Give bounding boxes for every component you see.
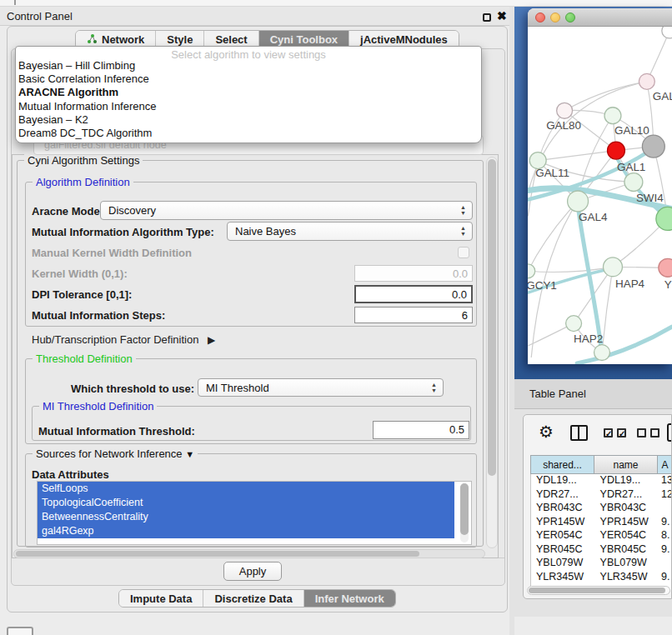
- aracne-mode-select[interactable]: Discovery ▲▼: [100, 201, 473, 220]
- close-panel-icon[interactable]: ✖: [497, 9, 507, 22]
- list-item[interactable]: BetweennessCentrality: [38, 510, 454, 524]
- manual-kernel-width-checkbox[interactable]: [458, 247, 469, 258]
- table-row[interactable]: YDL19...YDL19...13: [531, 474, 672, 488]
- spinner-arrows-icon[interactable]: ▲▼: [459, 225, 467, 237]
- column-header[interactable]: shared...: [530, 455, 594, 474]
- unchecked-checkbox-icon[interactable]: [637, 428, 646, 438]
- network-node[interactable]: [568, 191, 589, 212]
- expand-right-icon[interactable]: ▶: [208, 334, 215, 346]
- algorithm-option[interactable]: ARACNE Algorithm: [16, 86, 481, 99]
- apply-button[interactable]: Apply: [223, 562, 282, 581]
- node-label: HAP2: [574, 332, 603, 345]
- algorithm-option[interactable]: Basic Correlation Inference: [16, 72, 481, 86]
- column-header[interactable]: A: [658, 455, 672, 474]
- network-node[interactable]: [603, 258, 622, 277]
- table-cell: YPR145W: [531, 516, 595, 530]
- mi-algorithm-type-value: Naive Bayes: [235, 225, 296, 238]
- table-panel-body: ⚙ ✓ ✓ shared...nameA YDL19...YDL19...13Y…: [514, 409, 672, 617]
- network-edge[interactable]: [564, 82, 647, 111]
- network-edge[interactable]: [538, 151, 616, 161]
- network-node[interactable]: [594, 345, 610, 361]
- scrollbar-thumb[interactable]: [529, 588, 665, 593]
- spinner-arrows-icon[interactable]: ▲▼: [459, 204, 467, 216]
- hub-definition-toggle[interactable]: Hub/Transcription Factor Definition ▶: [32, 333, 215, 346]
- group-title: Threshold Definition: [33, 352, 136, 365]
- network-node[interactable]: [566, 316, 582, 332]
- list-vertical-scrollbar[interactable]: [460, 483, 469, 542]
- dropdown-placeholder: Select algorithm to view settings: [16, 47, 481, 59]
- network-canvas[interactable]: GALGAL80GAL10GAL1GAL11SWI4GAL4GCY1HAP4YH…: [528, 27, 672, 364]
- network-node[interactable]: [639, 73, 654, 89]
- mi-threshold-field[interactable]: 0.5: [373, 421, 469, 439]
- table-row[interactable]: YER054CYER054C8.: [531, 529, 672, 543]
- minimize-window-icon[interactable]: [550, 12, 560, 22]
- column-header[interactable]: name: [594, 455, 658, 474]
- network-edge[interactable]: [528, 201, 578, 271]
- network-node[interactable]: [528, 264, 535, 278]
- sources-title-label: Sources for Network Inference: [36, 448, 183, 460]
- which-threshold-label: Which threshold to use:: [71, 382, 194, 395]
- unchecked-checkbox-icon[interactable]: [650, 428, 659, 438]
- document-icon[interactable]: [667, 423, 672, 442]
- list-item[interactable]: TopologicalCoefficient: [38, 496, 454, 510]
- network-node[interactable]: [624, 173, 643, 192]
- algorithm-option[interactable]: Mutual Information Inference: [16, 100, 481, 113]
- network-node[interactable]: [557, 102, 573, 118]
- network-graph[interactable]: GALGAL80GAL10GAL1GAL11SWI4GAL4GCY1HAP4YH…: [528, 27, 672, 364]
- node-label: HAP4: [615, 278, 645, 290]
- algorithm-option[interactable]: Bayesian – Hill Climbing: [16, 59, 481, 72]
- spinner-arrows-icon[interactable]: ▲▼: [430, 382, 438, 393]
- checked-checkbox-icon[interactable]: ✓: [617, 428, 626, 438]
- collapse-down-icon[interactable]: ▼: [185, 449, 194, 459]
- scrollbar-thumb[interactable]: [460, 483, 469, 535]
- close-window-icon[interactable]: [535, 12, 545, 22]
- mi-steps-field[interactable]: 6: [354, 307, 473, 323]
- split-columns-icon[interactable]: [570, 425, 588, 441]
- data-attributes-list[interactable]: SelfLoopsTopologicalCoefficientBetweenne…: [37, 481, 472, 545]
- scrollbar-thumb[interactable]: [16, 551, 419, 557]
- table-cell: YBR045C: [531, 543, 595, 558]
- kernel-width-field[interactable]: 0.0: [354, 265, 473, 282]
- checked-checkbox-icon[interactable]: ✓: [604, 428, 613, 438]
- kernel-width-label: Kernel Width (0,1):: [32, 268, 128, 280]
- node-label: GAL10: [614, 124, 649, 137]
- algorithm-option[interactable]: Bayesian – K2: [16, 113, 481, 127]
- node-label: GAL4: [579, 211, 608, 223]
- node-label: GAL: [653, 90, 672, 102]
- sources-group-title[interactable]: Sources for Network Inference ▼: [33, 448, 198, 460]
- zoom-window-icon[interactable]: [565, 12, 575, 22]
- node-label: SWI4: [636, 192, 664, 204]
- network-node[interactable]: [662, 27, 672, 38]
- table-row[interactable]: YPR145WYPR145W9.: [531, 516, 672, 530]
- float-panel-icon[interactable]: [483, 13, 491, 22]
- network-window-titlebar[interactable]: [528, 8, 672, 27]
- tab-impute-data[interactable]: Impute Data: [119, 590, 203, 607]
- gear-icon[interactable]: ⚙: [539, 422, 554, 442]
- dpi-tolerance-field[interactable]: 0.0: [354, 285, 473, 303]
- table-cell: 13: [658, 474, 672, 488]
- mi-algorithm-type-select[interactable]: Naive Bayes ▲▼: [227, 222, 473, 241]
- network-node[interactable]: [642, 135, 664, 158]
- table-row[interactable]: YDR27...YDR27...12: [531, 488, 672, 502]
- tab-discretize-data[interactable]: Discretize Data: [203, 590, 303, 607]
- table-row[interactable]: YLR345WYLR345W9.: [531, 571, 672, 585]
- settings-horizontal-scrollbar[interactable]: [13, 549, 485, 558]
- scrollbar-thumb[interactable]: [488, 159, 496, 476]
- minimized-panel-icon[interactable]: [7, 627, 33, 635]
- algorithm-option[interactable]: Dream8 DC_TDC Algorithm: [16, 127, 481, 140]
- network-node[interactable]: [659, 258, 672, 277]
- table-cell: 9.: [658, 543, 672, 558]
- settings-vertical-scrollbar[interactable]: [486, 157, 498, 548]
- network-node[interactable]: [607, 142, 624, 159]
- table-row[interactable]: YBR045CYBR045C9.: [531, 543, 672, 558]
- table-horizontal-scrollbar[interactable]: [527, 586, 670, 595]
- table-row[interactable]: YBR043CYBR043C: [531, 502, 672, 516]
- aracne-mode-label: Aracne Mode:: [32, 205, 103, 218]
- which-threshold-select[interactable]: MI Threshold ▲▼: [198, 378, 444, 397]
- list-item[interactable]: gal4RGexp: [38, 524, 454, 538]
- list-item[interactable]: SelfLoops: [38, 482, 454, 496]
- network-node[interactable]: [604, 108, 621, 124]
- table-row[interactable]: YBL079WYBL079W: [531, 557, 672, 571]
- tab-infer-network[interactable]: Infer Network: [304, 590, 395, 607]
- table-cell: 12: [658, 488, 672, 502]
